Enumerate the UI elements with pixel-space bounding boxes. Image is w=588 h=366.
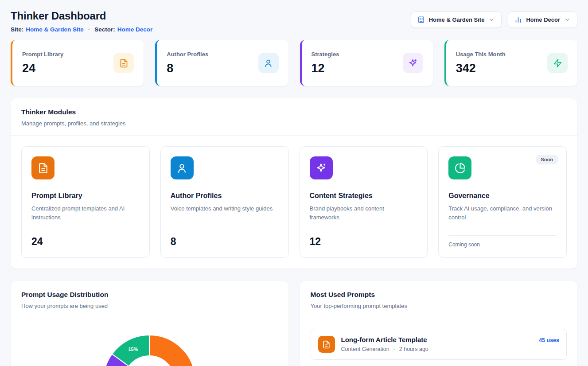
prompt-category: Content Generation	[341, 346, 389, 352]
pie-chart-icon	[448, 156, 471, 179]
svg-text:15%: 15%	[129, 347, 138, 352]
stat-value: 24	[22, 62, 63, 75]
module-card-content-strategies[interactable]: Content Strategies Brand playbooks and c…	[300, 146, 428, 258]
separator-dot: ·	[88, 26, 90, 33]
prompts-card-subtitle: Your top-performing prompt templates	[311, 303, 567, 309]
document-icon	[113, 53, 134, 73]
bar-chart-icon	[514, 16, 522, 23]
thinker-modules-panel: Thinker Modules Manage prompts, profiles…	[11, 98, 577, 269]
module-description: Track AI usage, compliance, and version …	[448, 204, 553, 222]
stats-row: Prompt Library 24 Author Profiles 8 Stra…	[11, 40, 577, 86]
stat-card-usage: Usage This Month 342	[444, 40, 577, 86]
stat-value: 342	[456, 62, 506, 75]
header-selectors: Home & Garden Site Home Decor	[411, 12, 577, 28]
modules-panel-subtitle: Manage prompts, profiles, and strategies	[21, 120, 567, 127]
module-card-governance[interactable]: Soon Governance Track AI usage, complian…	[438, 146, 567, 258]
module-card-prompt-library[interactable]: Prompt Library Centralized prompt templa…	[21, 146, 150, 258]
user-icon	[258, 53, 279, 73]
dashboard-page: Thinker Dashboard Site: Home & Garden Si…	[0, 0, 588, 366]
module-description: Brand playbooks and content frameworks	[310, 204, 414, 222]
document-icon	[318, 336, 335, 353]
modules-grid: Prompt Library Centralized prompt templa…	[11, 136, 577, 269]
site-selector-label: Home & Garden Site	[429, 16, 485, 23]
module-count: 8	[171, 236, 279, 248]
prompt-time: 2 hours ago	[399, 346, 428, 352]
prompt-uses-badge: 45 uses	[539, 337, 559, 343]
building-icon	[417, 16, 425, 23]
stat-value: 8	[167, 62, 208, 75]
modules-panel-header: Thinker Modules Manage prompts, profiles…	[11, 98, 577, 136]
sector-label: Sector:	[94, 26, 115, 33]
module-description: Voice templates and writing style guides	[171, 204, 275, 213]
chart-area: 15%	[11, 318, 288, 366]
prompt-usage-card: Prompt Usage Distribution How your promp…	[11, 281, 288, 366]
modules-panel-title: Thinker Modules	[21, 108, 567, 116]
chevron-down-icon	[564, 16, 571, 23]
stat-label: Strategies	[312, 51, 339, 58]
module-description: Centralized prompt templates and AI inst…	[31, 204, 136, 222]
site-label: Site:	[11, 26, 23, 33]
page-header: Thinker Dashboard Site: Home & Garden Si…	[11, 8, 577, 33]
document-icon	[31, 156, 55, 179]
site-selector-dropdown[interactable]: Home & Garden Site	[411, 12, 502, 28]
prompts-card-header: Most Used Prompts Your top-performing pr…	[300, 281, 578, 318]
prompt-title: Long-form Article Template	[341, 336, 533, 343]
sector-selector-label: Home Decor	[526, 16, 560, 23]
site-link[interactable]: Home & Garden Site	[26, 26, 84, 33]
separator-dot: ·	[393, 346, 395, 352]
bottom-row: Prompt Usage Distribution How your promp…	[11, 281, 577, 366]
sector-link[interactable]: Home Decor	[117, 26, 153, 33]
module-card-author-profiles[interactable]: Author Profiles Voice templates and writ…	[160, 146, 289, 258]
user-icon	[171, 156, 194, 179]
header-titles: Thinker Dashboard Site: Home & Garden Si…	[11, 8, 152, 33]
chevron-down-icon	[488, 16, 495, 23]
stat-card-author-profiles: Author Profiles 8	[155, 40, 288, 86]
stat-label: Usage This Month	[456, 51, 506, 58]
stat-label: Prompt Library	[22, 51, 63, 58]
coming-soon-text: Coming soon	[448, 235, 557, 248]
prompt-list: Long-form Article Template Content Gener…	[300, 318, 578, 366]
sector-selector-dropdown[interactable]: Home Decor	[508, 12, 577, 28]
usage-card-title: Prompt Usage Distribution	[21, 291, 278, 299]
most-used-prompts-card: Most Used Prompts Your top-performing pr…	[300, 281, 578, 366]
prompt-list-item[interactable]: Long-form Article Template Content Gener…	[311, 329, 567, 360]
stat-card-prompt-library: Prompt Library 24	[11, 40, 144, 86]
stat-label: Author Profiles	[167, 51, 208, 58]
module-title: Prompt Library	[31, 192, 140, 200]
module-title: Content Strategies	[310, 192, 418, 200]
module-title: Governance	[448, 192, 557, 200]
usage-donut-chart: 15%	[101, 332, 198, 366]
stat-card-strategies: Strategies 12	[300, 40, 433, 86]
usage-card-subtitle: How your prompts are being used	[21, 303, 278, 309]
module-title: Author Profiles	[171, 192, 279, 200]
prompts-card-title: Most Used Prompts	[311, 291, 567, 299]
lightning-icon	[547, 53, 568, 73]
breadcrumb: Site: Home & Garden Site · Sector: Home …	[11, 26, 152, 33]
module-count: 12	[310, 236, 418, 248]
prompt-meta: Content Generation · 2 hours ago	[341, 346, 533, 352]
sparkle-star-icon	[310, 156, 333, 179]
usage-card-header: Prompt Usage Distribution How your promp…	[11, 281, 288, 318]
soon-badge: Soon	[536, 155, 559, 164]
module-count: 24	[31, 236, 140, 248]
page-title: Thinker Dashboard	[11, 10, 152, 22]
sparkle-star-icon	[403, 53, 423, 73]
stat-value: 12	[312, 62, 339, 75]
